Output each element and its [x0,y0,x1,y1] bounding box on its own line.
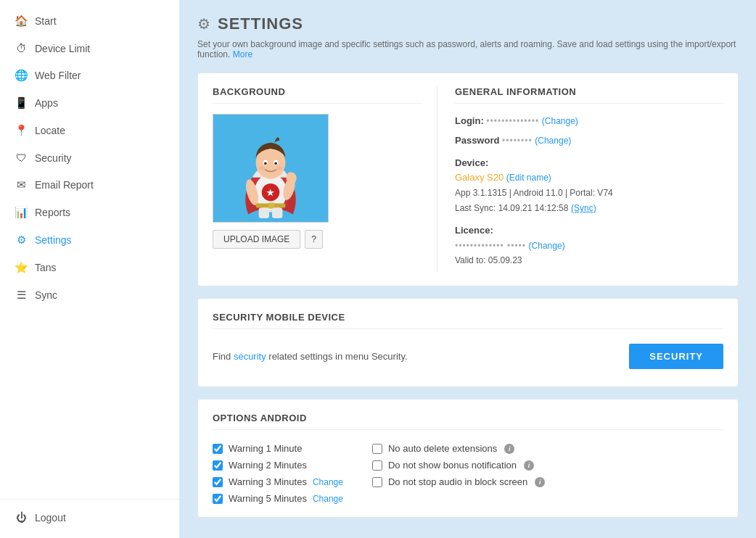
svg-text:★: ★ [267,188,275,198]
tans-label: Tans [35,262,57,273]
label-warn1: Warning 1 Minute [229,443,302,454]
licence-label: Licence: [455,225,493,236]
options-right-col: No auto delete extensions i Do not show … [372,443,545,504]
start-label: Start [35,15,57,27]
security-label: Security [35,152,72,164]
checkbox-warn5[interactable] [213,494,223,504]
info-icon-no-auto-delete[interactable]: i [504,444,514,454]
more-link[interactable]: More [233,49,252,59]
option-warn5: Warning 5 Minutes Change [213,493,343,504]
label-warn2: Warning 2 Minutes [229,460,307,471]
page-subtitle: Set your own background image and specif… [197,39,739,59]
page-title: SETTINGS [218,15,303,33]
password-value: •••••••• [502,136,533,146]
login-row: Login: •••••••••••••• (Change) [455,114,723,129]
start-icon: 🏠 [15,15,28,28]
svg-rect-16 [268,202,274,208]
general-info-section: GENERAL INFORMATION Login: •••••••••••••… [437,86,723,273]
password-change-link[interactable]: (Change) [535,136,571,146]
security-text-link[interactable]: security [234,351,266,362]
sidebar-item-tans[interactable]: ⭐ Tans [0,254,179,281]
checkbox-warn2[interactable] [213,460,223,471]
sidebar-nav: 🏠 Start ⏱ Device Limit 🌐 Web Filter 📱 Ap… [0,7,179,309]
sidebar-item-settings[interactable]: ⚙ Settings [0,226,179,254]
upload-row: UPLOAD IMAGE ? [213,230,422,249]
checkbox-warn3[interactable] [213,477,223,487]
web-filter-icon: 🌐 [15,69,28,82]
device-row: Device: Galaxy S20 (Edit name) App 3.1.1… [455,156,723,216]
sidebar-logout-item[interactable]: ⏻ Logout [0,504,179,531]
label-warn3: Warning 3 Minutes [229,476,307,487]
security-description: Find security related settings in menu S… [213,351,408,362]
svg-point-10 [276,166,282,170]
option-no-bonus: Do not show bonus notification i [372,460,545,471]
web-filter-label: Web Filter [35,70,81,81]
reports-icon: 📊 [15,206,28,219]
change-link-warn5[interactable]: Change [313,494,343,504]
security-icon: 🛡 [15,152,28,164]
security-mobile-title: SECURITY MOBILE DEVICE [213,312,723,329]
login-change-link[interactable]: (Change) [542,116,578,126]
settings-icon: ⚙ [15,233,28,247]
sidebar-item-start[interactable]: 🏠 Start [0,7,179,35]
sidebar-item-locate[interactable]: 📍 Locate [0,117,179,144]
locate-icon: 📍 [15,124,28,137]
licence-change-link[interactable]: (Change) [529,241,565,251]
login-label: Login: [455,115,484,126]
sidebar-item-reports[interactable]: 📊 Reports [0,199,179,226]
licence-row: Licence: ••••••••••••• ••••• (Change) Va… [455,223,723,268]
change-link-warn3[interactable]: Change [313,477,343,487]
sidebar-item-security[interactable]: 🛡 Security [0,144,179,171]
checkbox-no-bonus[interactable] [372,460,382,471]
label-warn5: Warning 5 Minutes [229,493,307,504]
password-label: Password [455,135,499,146]
upload-image-button[interactable]: UPLOAD IMAGE [213,230,300,249]
device-label: Device: [455,157,488,168]
security-button[interactable]: SECURITY [629,344,723,369]
help-button[interactable]: ? [305,230,323,249]
apps-icon: 📱 [15,96,28,109]
info-icon-no-stop-audio[interactable]: i [535,477,545,487]
checkbox-warn1[interactable] [213,444,223,454]
login-value: •••••••••••••• [486,116,539,126]
password-row: Password •••••••• (Change) [455,133,723,149]
last-sync-value: 14.09.21 14:12:58 [498,203,569,213]
sync-icon: ☰ [15,289,28,302]
hero-avatar: ★ [220,115,321,222]
sync-link[interactable]: (Sync) [571,203,596,213]
security-content: Find security related settings in menu S… [213,339,723,373]
svg-rect-14 [287,173,292,180]
option-warn3: Warning 3 Minutes Change [213,476,343,487]
checkbox-no-stop-audio[interactable] [372,477,382,487]
checkbox-no-auto-delete[interactable] [372,444,382,454]
email-report-label: Email Report [35,179,94,191]
device-limit-label: Device Limit [35,43,90,54]
last-sync-label: Last Sync: [455,203,496,213]
sidebar-item-device-limit[interactable]: ⏱ Device Limit [0,35,179,62]
sidebar-item-web-filter[interactable]: 🌐 Web Filter [0,62,179,89]
general-info-title: GENERAL INFORMATION [455,86,723,104]
sidebar-item-sync[interactable]: ☰ Sync [0,281,179,309]
svg-point-8 [274,162,277,165]
sidebar-item-apps[interactable]: 📱 Apps [0,89,179,117]
options-android-card: OPTIONS ANDROID Warning 1 Minute Warning… [197,399,739,518]
option-no-stop-audio: Do not stop audio in block screen i [372,476,545,487]
reports-label: Reports [35,207,70,218]
valid-to: Valid to: 05.09.23 [455,255,522,265]
tans-icon: ⭐ [15,261,28,274]
device-limit-icon: ⏱ [15,42,28,54]
background-title: BACKGROUND [213,86,422,104]
options-android-title: OPTIONS ANDROID [213,413,723,430]
info-icon-no-bonus[interactable]: i [524,460,534,471]
licence-value: ••••••••••••• ••••• [455,241,526,251]
device-edit-link[interactable]: (Edit name) [506,173,551,183]
background-section: BACKGROUND ★ [213,86,437,273]
main-content: ⚙ SETTINGS Set your own background image… [180,0,756,538]
email-report-icon: ✉ [15,178,28,191]
sidebar-item-email-report[interactable]: ✉ Email Report [0,171,179,199]
option-warn2: Warning 2 Minutes [213,460,343,471]
device-name: Galaxy S20 [455,172,504,183]
logout-label: Logout [35,512,66,523]
svg-point-7 [264,162,267,165]
apps-label: Apps [35,97,58,109]
